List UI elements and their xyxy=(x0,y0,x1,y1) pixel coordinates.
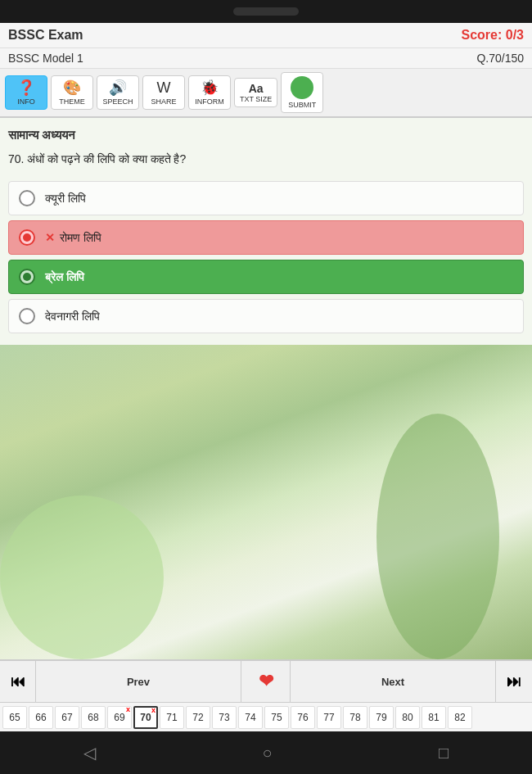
question-section: सामान्य अध्ययन 70. अंधों को पढ़ने की लिप… xyxy=(0,118,532,345)
app-title: BSSC Exam xyxy=(8,28,83,43)
option-d-text: देवनागरी लिपि xyxy=(45,310,100,324)
theme-icon: 🎨 xyxy=(63,79,81,97)
q-num-80[interactable]: 80 xyxy=(395,706,420,729)
question-strip: 6566676869x70x717273747576777879808182 xyxy=(0,702,532,731)
option-b-text: रोमण लिपि xyxy=(60,231,101,245)
content-area: सामान्य अध्ययन 70. अंधों को पढ़ने की लिप… xyxy=(0,118,532,659)
q-num-75[interactable]: 75 xyxy=(264,706,289,729)
model-label: BSSC Model 1 xyxy=(8,52,83,65)
android-nav-bar: ◁ ○ □ xyxy=(0,731,532,774)
prev-label: Prev xyxy=(127,676,150,688)
radio-b-inner xyxy=(23,233,31,242)
favorite-button[interactable]: ❤ xyxy=(241,661,291,702)
option-b[interactable]: ✕ रोमण लिपि xyxy=(8,220,524,255)
bottom-nav: ⏮ Prev ❤ Next ⏭ xyxy=(0,659,532,702)
help-button[interactable]: ❓ INFO xyxy=(5,75,47,110)
radio-d xyxy=(19,308,35,324)
prev-button[interactable]: Prev xyxy=(36,661,241,702)
inform-icon: 🐞 xyxy=(201,79,219,97)
question-text: 70. अंधों को पढ़ने की लिपि को क्या कहते … xyxy=(8,151,524,168)
radio-b xyxy=(19,229,35,246)
help-icon: ❓ xyxy=(17,79,35,97)
submit-button[interactable]: SUBMIT xyxy=(281,72,323,113)
radio-c xyxy=(19,269,35,285)
q-num-66[interactable]: 66 xyxy=(29,706,53,729)
home-button[interactable]: ○ xyxy=(262,744,272,763)
bg-blob-1 xyxy=(0,496,164,659)
share-icon: W xyxy=(157,79,171,97)
header-top: BSSC Exam Score: 0/3 xyxy=(0,23,532,48)
question-counter: Q.70/150 xyxy=(476,52,524,65)
q-num-67[interactable]: 67 xyxy=(55,706,79,729)
status-bar xyxy=(0,0,532,23)
radio-c-inner xyxy=(23,273,31,281)
q-num-79[interactable]: 79 xyxy=(369,706,394,729)
option-c-text: ब्रेल लिपि xyxy=(45,270,84,284)
q-num-82[interactable]: 82 xyxy=(448,706,472,729)
screen: BSSC Exam Score: 0/3 BSSC Model 1 Q.70/1… xyxy=(0,23,532,731)
wrong-x-icon: ✕ xyxy=(45,231,55,244)
radio-a xyxy=(19,190,35,206)
q-num-73[interactable]: 73 xyxy=(212,706,237,729)
device-frame: BSSC Exam Score: 0/3 BSSC Model 1 Q.70/1… xyxy=(0,0,532,774)
q-num-78[interactable]: 78 xyxy=(343,706,367,729)
skip-right-icon: ⏭ xyxy=(507,673,521,690)
score-display: Score: 0/3 xyxy=(462,28,524,43)
recent-button[interactable]: □ xyxy=(439,744,449,763)
q-num-81[interactable]: 81 xyxy=(422,706,446,729)
next-button[interactable]: Next xyxy=(291,661,496,702)
q-num-71[interactable]: 71 xyxy=(160,706,184,729)
skip-first-button[interactable]: ⏮ xyxy=(0,661,36,702)
option-c[interactable]: ब्रेल लिपि xyxy=(8,260,524,294)
q-num-68[interactable]: 68 xyxy=(81,706,106,729)
q-num-69[interactable]: 69x xyxy=(107,706,132,729)
speech-label: SPEECH xyxy=(102,97,133,106)
option-a[interactable]: क्यूरी लिपि xyxy=(8,181,524,215)
skip-last-button[interactable]: ⏭ xyxy=(496,661,532,702)
speech-icon: 🔊 xyxy=(109,79,127,97)
txt-size-button[interactable]: Aa TXT SIZE xyxy=(234,78,277,108)
category-label: सामान्य अध्ययन xyxy=(8,128,524,143)
toolbar: ❓ INFO 🎨 THEME 🔊 SPEECH W SHARE 🐞 INFORM… xyxy=(0,69,532,118)
help-label: INFO xyxy=(17,97,35,106)
share-button[interactable]: W SHARE xyxy=(142,75,185,110)
question-number: 70. xyxy=(8,152,24,165)
option-d[interactable]: देवनागरी लिपि xyxy=(8,299,524,333)
q-num-77[interactable]: 77 xyxy=(317,706,341,729)
background-nature xyxy=(0,345,532,659)
inform-button[interactable]: 🐞 INFORM xyxy=(188,75,231,110)
skip-left-icon: ⏮ xyxy=(11,673,25,690)
theme-label: THEME xyxy=(59,97,85,106)
q-num-65[interactable]: 65 xyxy=(2,706,27,729)
option-a-text: क्यूरी लिपि xyxy=(45,192,86,206)
speech-button[interactable]: 🔊 SPEECH xyxy=(97,75,139,110)
share-label: SHARE xyxy=(151,97,176,106)
txt-size-label: TXT SIZE xyxy=(240,95,272,103)
q-num-72[interactable]: 72 xyxy=(186,706,210,729)
question-body: अंधों को पढ़ने की लिपि को क्या कहते है? xyxy=(27,152,186,165)
q-num-76[interactable]: 76 xyxy=(291,706,315,729)
q-num-74[interactable]: 74 xyxy=(238,706,263,729)
q-num-70[interactable]: 70x xyxy=(133,706,158,729)
header-sub: BSSC Model 1 Q.70/150 xyxy=(0,48,532,69)
back-button[interactable]: ◁ xyxy=(83,743,96,763)
theme-button[interactable]: 🎨 THEME xyxy=(51,75,93,110)
next-label: Next xyxy=(381,676,404,688)
bg-blob-2 xyxy=(376,414,499,659)
inform-label: INFORM xyxy=(195,97,224,106)
txt-size-icon: Aa xyxy=(249,82,264,96)
submit-icon xyxy=(291,76,313,99)
notch xyxy=(233,7,299,16)
submit-label: SUBMIT xyxy=(288,101,316,109)
heart-icon: ❤ xyxy=(259,671,273,692)
